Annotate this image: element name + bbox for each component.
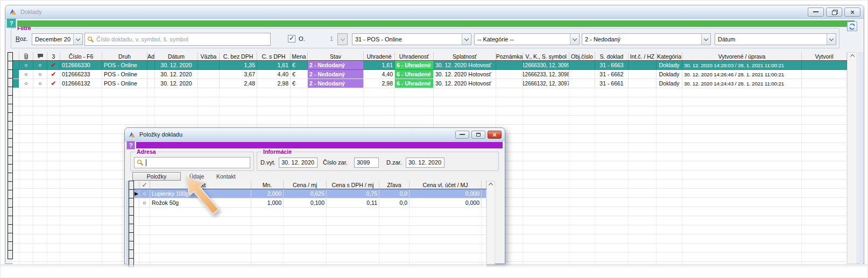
cell-vytvorene[interactable]: 30. 12. 2020 14:29:03 / 28. 1. 2021 11:0… (682, 61, 802, 69)
cell-intc[interactable] (629, 61, 657, 69)
cell-cenadph[interactable]: 0,75 (327, 189, 379, 198)
col-check[interactable]: ✓ (139, 181, 150, 189)
cell-vks[interactable]: 12666132, 12, 3097 (523, 79, 569, 88)
chevron-down-icon[interactable] (73, 34, 82, 45)
cell-zlava[interactable]: 0,0 (379, 189, 410, 198)
cell-druh[interactable]: POS - Online (102, 70, 147, 79)
cell-druh[interactable]: POS - Online (102, 61, 147, 69)
cell-three[interactable]: ✔ (47, 79, 60, 88)
document-search[interactable] (84, 33, 271, 46)
col-csdph[interactable]: C. s DPH (257, 52, 291, 60)
scroll-up-icon[interactable] (487, 181, 495, 190)
dialog-titlebar[interactable]: Položky dokladu × (125, 128, 505, 141)
col-vazba[interactable]: Väzba (198, 52, 220, 60)
cell-zlava[interactable]: 0,0 (379, 198, 410, 207)
items-table-scrollbar[interactable] (486, 181, 495, 265)
cell-attach[interactable] (19, 61, 33, 69)
row-header-cell[interactable] (8, 250, 13, 259)
cell-vazba[interactable] (198, 70, 220, 79)
cell-obj[interactable] (569, 61, 595, 69)
cell-cislo[interactable]: 012666233 (60, 70, 102, 79)
cell-attach[interactable] (19, 79, 33, 88)
col-cenavl[interactable]: Cena vl. účet / MJ (410, 181, 482, 189)
cell-attach[interactable] (19, 70, 33, 79)
register-combobox[interactable]: 31 - POS - Online (352, 33, 471, 45)
cell-vytvorene[interactable]: 30. 12. 2020 14:24:43 / 28. 1. 2021 11:0… (682, 79, 802, 88)
col-datum[interactable]: Dátum (155, 52, 198, 60)
minimize-button[interactable] (455, 131, 469, 139)
row-header-cell[interactable] (8, 147, 13, 156)
row-header-cell[interactable] (8, 138, 13, 147)
cell-vks[interactable]: 12666330, 12, 3099 (523, 61, 569, 69)
cell-druh[interactable]: POS - Online (102, 79, 147, 88)
dzar-field[interactable]: 30. 12. 2020 (406, 158, 444, 168)
cell-poznamka[interactable] (496, 61, 523, 69)
col-uhradene[interactable]: Uhradené (364, 52, 395, 60)
restore-button[interactable] (826, 8, 842, 17)
row-header-cell[interactable] (8, 87, 13, 96)
cell-obj[interactable] (569, 70, 595, 79)
row-header-cell[interactable] (8, 224, 13, 233)
table-row[interactable]: ✔012666330POS - Online30. 12. 20201,351,… (13, 61, 847, 70)
help-icon[interactable]: ? (6, 18, 16, 28)
row-header-cell[interactable] (129, 181, 134, 190)
col-cena[interactable]: Cena / mj (284, 181, 327, 189)
col-mn[interactable]: Mn. (251, 181, 284, 189)
cell-poznamka[interactable] (496, 79, 523, 88)
cell-fill[interactable] (482, 189, 486, 198)
row-header-cell[interactable] (129, 206, 134, 216)
row-header-cell[interactable] (129, 224, 134, 233)
cell-mn[interactable]: 1,000 (251, 198, 284, 207)
minimize-button[interactable] (808, 8, 824, 17)
col-cislo[interactable]: Číslo - F6 (60, 52, 102, 60)
cell-mena[interactable]: € (291, 79, 308, 88)
cell-ad[interactable] (147, 79, 155, 88)
adresa-input[interactable] (149, 160, 248, 166)
col-obj[interactable]: Obj.číslo (569, 52, 595, 60)
col-three[interactable]: 3 (47, 52, 60, 60)
row-header-cell[interactable] (129, 189, 134, 198)
cell-stav[interactable]: 2 - Nedodaný (308, 61, 364, 69)
col-ad[interactable]: Ad (147, 52, 155, 60)
cell-sdoklad[interactable]: 31 - 6662 (595, 70, 629, 79)
col-druh[interactable]: Druh (102, 52, 147, 60)
cell-vazba[interactable] (198, 61, 220, 69)
row-header-cell[interactable] (8, 95, 13, 104)
cell-balloon[interactable] (33, 79, 47, 88)
cell-three[interactable]: ✔ (47, 70, 60, 79)
cell-mena[interactable]: € (291, 70, 308, 79)
cell-vks[interactable]: 12666233, 12, 3098 (523, 70, 569, 79)
cell-cislo[interactable]: 012666330 (60, 61, 102, 69)
col-vks[interactable]: V., K., S. symbol (523, 52, 569, 60)
cell-csdph[interactable]: 1,61 (257, 61, 291, 69)
cell-vytvoril[interactable] (802, 61, 847, 69)
col-vytvoril[interactable]: Vytvoril (802, 52, 847, 60)
main-table-scrollbar[interactable] (847, 52, 857, 264)
row-header-cell[interactable] (8, 181, 13, 190)
cell-kategoria[interactable]: Doklady (657, 70, 682, 79)
cell-splatnost[interactable]: 30. 12. 2020 Hotovosť (434, 70, 496, 79)
cell-stav[interactable]: 2 - Nedodaný (308, 70, 364, 79)
col-poznamka[interactable]: Poznámka (496, 52, 523, 60)
cell-cenavl[interactable]: 0,000 (410, 189, 482, 198)
cell-ad[interactable] (147, 70, 155, 79)
cell-fill[interactable] (482, 198, 486, 207)
cell-datum[interactable]: 30. 12. 2020 (155, 70, 198, 79)
cell-sdoklad[interactable]: 31 - 6663 (595, 61, 629, 69)
chevron-down-icon[interactable] (701, 34, 710, 45)
cell-uhradene[interactable]: 2,98 (364, 79, 395, 88)
cell-csdph[interactable]: 2,98 (257, 79, 291, 88)
cell-kategoria[interactable]: Doklady (657, 79, 682, 88)
col-mena[interactable]: Mena (291, 52, 308, 60)
row-header-cell[interactable] (8, 233, 13, 242)
row-header-cell[interactable] (8, 173, 13, 182)
cell-stav[interactable]: 2 - Nedodaný (308, 79, 364, 88)
cell-cena[interactable]: 0,100 (284, 198, 327, 207)
row-header-cell[interactable] (8, 61, 13, 70)
cell-teal[interactable] (13, 70, 19, 79)
maximize-button[interactable] (471, 131, 485, 139)
tab-polozky[interactable]: Položky (132, 172, 181, 181)
row-header-cell[interactable] (129, 250, 134, 259)
col-sdoklad[interactable]: S. doklad (595, 52, 629, 60)
cell-datum[interactable]: 30. 12. 2020 (155, 61, 198, 69)
